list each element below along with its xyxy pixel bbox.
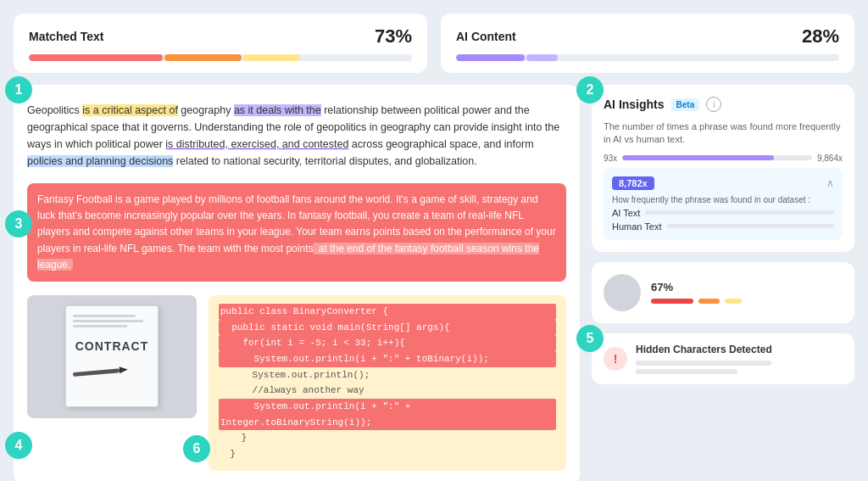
freq-bar-row: 93x 9,864x — [604, 154, 843, 163]
code-line-6: //always another way — [219, 383, 556, 399]
text-geo-4: across geographical space, and inform — [348, 138, 533, 150]
beta-badge: Beta — [671, 98, 700, 111]
text-geo-highlight-4: policies and planning decisions — [27, 155, 173, 167]
badge-1: 1 — [5, 76, 32, 103]
ai-content-header: AI Content 28% — [456, 25, 839, 48]
score-bar-yellow — [725, 299, 742, 304]
bottom-row: CONTRACT public class BinaryConverter { … — [27, 295, 566, 471]
main-area-wrapper: 1 3 4 6 Geopolitics is a critical aspect… — [14, 85, 854, 481]
placeholder-line — [636, 369, 737, 374]
right-panel: 2 AI Insights Beta i The number of times… — [592, 85, 854, 481]
code-highlight-3: for(int i = -5; i < 33; i++){ — [219, 335, 556, 351]
score-details: 67% — [651, 281, 843, 304]
text-geo-highlight-3: is distributed, exercised, and contested — [165, 138, 348, 150]
human-text-row: Human Text — [612, 221, 834, 232]
paper-line — [73, 315, 136, 317]
text-type-rows: AI Text Human Text — [612, 208, 834, 232]
code-block: public class BinaryConverter { public st… — [209, 295, 566, 471]
code-line-5: System.out.println(); — [219, 367, 556, 383]
fantasy-football-text-block: Fantasy Football is a game played by mil… — [27, 183, 566, 282]
code-highlight-4: System.out.println(i + ":" + toBinary(i)… — [219, 351, 556, 367]
bar-segment-red — [29, 54, 163, 61]
code-line-8: } — [219, 430, 556, 446]
freq-max-label: 9,864x — [817, 154, 843, 163]
score-bars — [651, 299, 843, 304]
matched-text-header: Matched Text 73% — [29, 25, 412, 48]
bar-segment-orange — [164, 54, 241, 61]
ai-insights-desc: The number of times a phrase was found m… — [604, 120, 843, 147]
text-geo-2: geography — [178, 104, 234, 116]
code-highlight-1: public class BinaryConverter { — [219, 304, 556, 320]
ai-content-bar — [456, 54, 839, 61]
contract-image-block: CONTRACT — [27, 295, 197, 418]
ai-type-bar — [645, 210, 834, 215]
ai-insights-header: AI Insights Beta i — [604, 97, 843, 112]
ai-text-label: AI Text — [612, 208, 640, 218]
badge-2-wrapper: 2 AI Insights Beta i The number of times… — [592, 85, 854, 252]
ai-content-title: AI Content — [456, 30, 516, 43]
text-geo-1: Geopolitics — [27, 104, 82, 116]
human-type-bar — [667, 224, 835, 228]
human-text-label: Human Text — [612, 221, 662, 232]
score-circle — [604, 274, 641, 311]
badge-5-wrapper: 5 ! Hidden Characters Detected — [592, 333, 854, 384]
score-card: 67% — [592, 262, 854, 323]
badge-5: 5 — [576, 325, 604, 352]
hidden-chars-lines — [636, 361, 772, 374]
badge-4: 4 — [5, 432, 32, 459]
paper-line — [73, 325, 127, 327]
matched-text-title: Matched Text — [29, 30, 103, 43]
freq-min-label: 93x — [604, 154, 617, 163]
info-icon[interactable]: i — [706, 97, 721, 112]
badge-6: 6 — [183, 435, 210, 462]
expanded-section: 8,782x ∧ How frequently the phrase was f… — [604, 168, 843, 240]
warning-icon: ! — [604, 347, 627, 371]
chevron-up-icon[interactable]: ∧ — [826, 177, 834, 189]
text-geo-highlight-1: is a critical aspect of — [82, 104, 178, 116]
matched-text-value: 73% — [375, 25, 412, 48]
bar-segment-purple — [456, 54, 525, 61]
text-geo-highlight-2: as it deals with the — [234, 104, 321, 116]
freq-value-badge: 8,782x — [612, 176, 654, 190]
code-line-9: } — [219, 446, 556, 462]
bar-segment-light-purple — [526, 54, 557, 61]
code-line-7: System.out.println(i + ":" + Integer.toB… — [219, 399, 556, 430]
code-highlight-7: System.out.println(i + ":" + Integer.toB… — [219, 399, 556, 430]
score-percent: 67% — [651, 281, 843, 294]
geopolitics-text-block: Geopolitics is a critical aspect of geog… — [27, 98, 566, 170]
left-panel: Geopolitics is a critical aspect of geog… — [14, 85, 580, 481]
score-bar-red — [651, 299, 693, 304]
text-geo-5: related to national security, territoria… — [173, 155, 476, 167]
badge-2: 2 — [576, 76, 604, 103]
svg-rect-0 — [73, 369, 120, 378]
contract-label: CONTRACT — [73, 339, 151, 353]
top-metrics-row: Matched Text 73% AI Content 28% — [14, 14, 854, 73]
paper-line — [73, 320, 143, 322]
freq-bar-container — [622, 155, 812, 160]
placeholder-line — [636, 361, 771, 366]
contract-paper: CONTRACT — [65, 305, 159, 407]
ai-insights-card: AI Insights Beta i The number of times a… — [592, 85, 854, 252]
svg-marker-1 — [120, 366, 129, 374]
expanded-header: 8,782x ∧ — [612, 176, 834, 190]
hidden-chars-card: ! Hidden Characters Detected — [592, 333, 854, 384]
sub-label: How frequently the phrase was found in o… — [612, 195, 834, 204]
ai-text-row: AI Text — [612, 208, 834, 218]
code-line-4: System.out.println(i + ":" + toBinary(i)… — [219, 351, 556, 367]
pen-svg — [73, 363, 132, 380]
matched-text-bar — [29, 54, 412, 61]
code-line-1: public class BinaryConverter { — [219, 304, 556, 320]
code-line-3: for(int i = -5; i < 33; i++){ — [219, 335, 556, 351]
badge-3: 3 — [5, 210, 32, 238]
paper-lines — [73, 315, 151, 327]
ai-insights-title: AI Insights — [604, 98, 665, 111]
hidden-chars-content: Hidden Characters Detected — [636, 344, 772, 374]
freq-bar-fill — [622, 155, 774, 160]
code-highlight-2: public static void main(String[] args){ — [219, 320, 556, 336]
ai-content-value: 28% — [802, 25, 839, 48]
score-bar-orange — [698, 299, 720, 304]
code-line-2: public static void main(String[] args){ — [219, 320, 556, 336]
hidden-chars-title: Hidden Characters Detected — [636, 344, 772, 355]
bar-segment-yellow — [243, 54, 301, 61]
main-area: Geopolitics is a critical aspect of geog… — [14, 85, 854, 481]
